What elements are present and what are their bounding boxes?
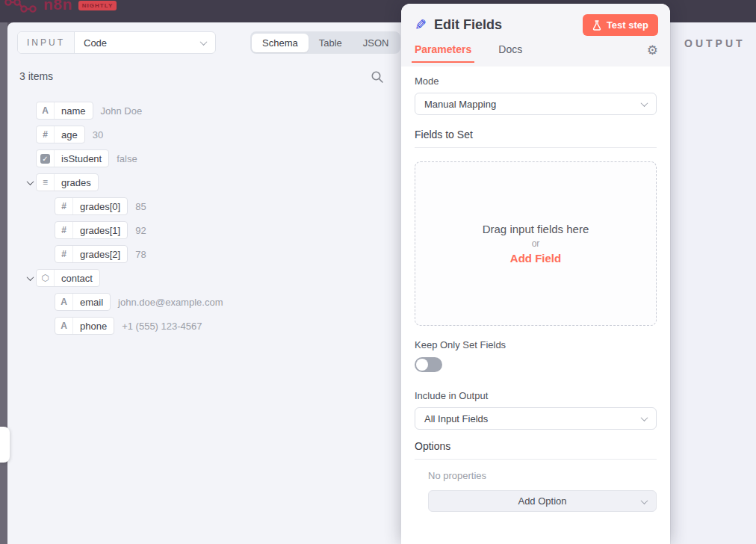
chevron-down-icon — [641, 414, 648, 421]
tab-json[interactable]: JSON — [353, 34, 400, 52]
fields-drop-zone[interactable]: Drag input fields here or Add Field — [415, 161, 657, 326]
list-type-icon: ≡ — [37, 174, 55, 191]
ndv-tabs: Parameters Docs ⚙ — [401, 36, 670, 63]
schema-field-value: 92 — [135, 225, 146, 236]
string-type-icon: A — [55, 318, 73, 334]
keep-only-set-fields-toggle[interactable] — [415, 357, 442, 372]
gear-icon[interactable]: ⚙ — [647, 44, 658, 57]
schema-field-value: john.doe@example.com — [118, 297, 223, 308]
number-type-icon: # — [55, 246, 73, 262]
tab-table[interactable]: Table — [309, 34, 353, 52]
node-title[interactable]: Edit Fields — [434, 17, 583, 33]
schema-field-pill[interactable]: ⬡contact — [36, 269, 100, 287]
schema-field-key: email — [73, 294, 110, 310]
schema-field-pill[interactable]: ≡grades — [36, 173, 99, 191]
input-panel: INPUT Code Schema Table JSON 3 items Ana… — [7, 22, 401, 544]
tab-parameters[interactable]: Parameters — [415, 43, 471, 63]
ndv-parameters-body: Mode Manual Mapping Fields to Set Drag i… — [401, 75, 670, 512]
schema-field-key: grades[0] — [73, 198, 127, 214]
schema-row: #grades[2]78 — [7, 242, 401, 266]
add-option-label: Add Option — [518, 495, 566, 507]
tree-collapse-chevron[interactable] — [24, 276, 36, 281]
drag-hint-text: Drag input fields here — [483, 223, 589, 235]
edit-fields-panel: ✎ Edit Fields Test step Parameters Docs … — [401, 4, 670, 544]
mode-select[interactable]: Manual Mapping — [415, 93, 657, 115]
schema-field-value: John Doe — [101, 105, 143, 117]
schema-field-value: 85 — [135, 201, 146, 212]
fields-to-set-heading: Fields to Set — [415, 129, 657, 148]
schema-field-key: grades — [55, 174, 98, 191]
mode-select-value: Manual Mapping — [424, 99, 496, 110]
schema-row: #grades[1]92 — [7, 218, 401, 242]
add-option-button[interactable]: Add Option — [428, 490, 657, 512]
schema-field-pill[interactable]: ✓isStudent — [36, 149, 109, 167]
ndv-header: ✎ Edit Fields Test step Parameters Docs … — [401, 4, 670, 67]
nightly-badge: NIGHTLY — [78, 1, 117, 10]
schema-field-key: age — [55, 126, 84, 143]
schema-row: ⬡contact — [7, 266, 401, 290]
test-step-label: Test step — [607, 19, 648, 31]
toggle-knob — [416, 359, 428, 371]
tab-schema[interactable]: Schema — [252, 34, 309, 52]
pencil-icon: ✎ — [415, 16, 427, 34]
schema-field-pill[interactable]: #grades[2] — [55, 245, 128, 263]
search-icon[interactable] — [371, 70, 384, 84]
schema-field-pill[interactable]: #grades[1] — [55, 221, 128, 239]
number-type-icon: # — [55, 222, 73, 238]
number-type-icon: # — [37, 126, 55, 143]
schema-row: #age30 — [7, 123, 401, 146]
boolean-type-icon: ✓ — [37, 150, 55, 167]
schema-field-pill[interactable]: Aname — [36, 102, 93, 120]
schema-row: ✓isStudentfalse — [7, 146, 401, 170]
canvas-left-strip — [0, 22, 7, 544]
input-panel-label: INPUT — [18, 32, 75, 53]
chevron-down-icon — [641, 497, 648, 504]
output-panel: OUTPUT — [670, 22, 756, 544]
schema-field-key: contact — [55, 270, 99, 286]
schema-tree: AnameJohn Doe#age30✓isStudentfalse≡grade… — [7, 99, 401, 338]
schema-field-pill[interactable]: Aemail — [55, 293, 111, 311]
schema-field-value: 78 — [135, 249, 146, 260]
items-count: 3 items — [19, 70, 53, 82]
schema-row: #grades[0]85 — [7, 194, 401, 218]
mode-label: Mode — [415, 75, 657, 87]
no-properties-text: No properties — [428, 470, 657, 481]
chevron-down-icon — [200, 38, 208, 46]
schema-field-key: name — [55, 102, 93, 119]
string-type-icon: A — [55, 294, 73, 310]
include-in-output-label: Include in Output — [415, 390, 657, 401]
chevron-down-icon — [641, 99, 648, 107]
schema-field-pill[interactable]: #age — [36, 126, 85, 143]
tree-collapse-chevron[interactable] — [24, 180, 36, 185]
test-step-button[interactable]: Test step — [583, 14, 658, 36]
or-text: or — [532, 238, 540, 249]
object-type-icon: ⬡ — [37, 270, 55, 286]
number-type-icon: # — [55, 198, 73, 214]
schema-field-key: grades[1] — [73, 222, 127, 238]
include-in-output-value: All Input Fields — [424, 413, 488, 424]
sidebar-expand-handle[interactable] — [0, 427, 10, 463]
schema-row: Aemailjohn.doe@example.com — [7, 290, 401, 314]
input-source-group: INPUT Code — [17, 31, 216, 54]
string-type-icon: A — [37, 102, 55, 119]
schema-field-key: phone — [73, 318, 114, 334]
schema-field-value: false — [117, 153, 137, 164]
input-source-value: Code — [84, 37, 107, 49]
flask-icon — [592, 20, 601, 31]
schema-field-value: 30 — [93, 129, 103, 140]
n8n-logo[interactable]: n8n NIGHTLY — [4, 0, 117, 14]
input-source-select[interactable]: Code — [75, 32, 215, 53]
n8n-logo-icon — [4, 0, 37, 14]
output-panel-label: OUTPUT — [684, 37, 746, 49]
schema-field-key: grades[2] — [73, 246, 127, 262]
schema-field-pill[interactable]: Aphone — [55, 317, 114, 335]
n8n-logo-text: n8n — [43, 0, 72, 13]
schema-row: Aphone+1 (555) 123-4567 — [7, 314, 401, 338]
input-view-tabs: Schema Table JSON — [250, 31, 400, 54]
include-in-output-select[interactable]: All Input Fields — [415, 407, 657, 430]
add-field-button[interactable]: Add Field — [510, 252, 561, 265]
schema-field-value: +1 (555) 123-4567 — [122, 321, 202, 332]
tab-docs[interactable]: Docs — [498, 43, 522, 63]
keep-only-set-fields-label: Keep Only Set Fields — [415, 339, 657, 350]
schema-field-pill[interactable]: #grades[0] — [55, 197, 128, 215]
